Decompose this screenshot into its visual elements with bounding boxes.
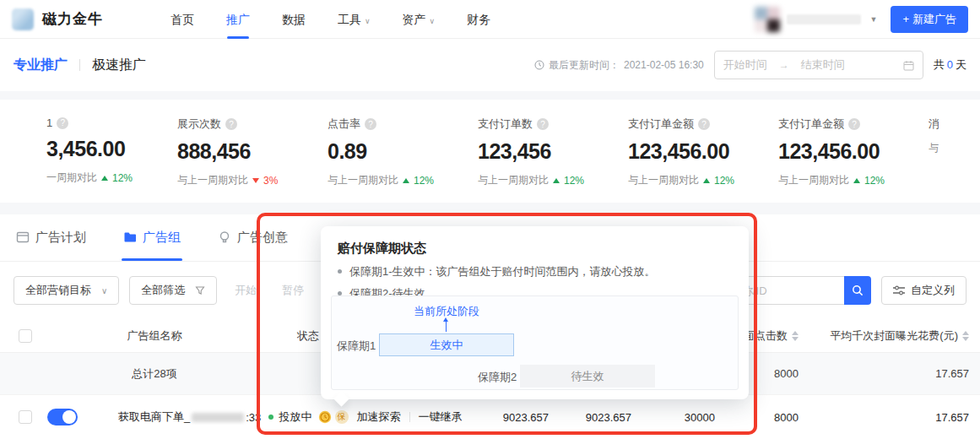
- column-header-avg-cost[interactable]: 平均千次封面曝光花费(元): [802, 328, 980, 344]
- clock-icon: [534, 60, 544, 70]
- nav-item-tools-label: 工具: [338, 13, 361, 26]
- arrow-up-icon: [403, 178, 409, 183]
- ad-creative-icon: [218, 230, 231, 244]
- stage2-status-box: 待生效: [520, 365, 655, 388]
- ad-group-toggle[interactable]: [47, 409, 78, 425]
- section-gap: [0, 91, 980, 100]
- date-range-picker[interactable]: 开始时间 → 结束时间: [714, 51, 923, 79]
- arrow-down-icon: [252, 178, 259, 183]
- one-click-inherit[interactable]: 一键继承: [419, 409, 463, 425]
- guarantee-period-popup: 赔付保障期状态 保障期1-生效中：该广告组处于赔付时间范围内，请放心投放。 保障…: [321, 226, 749, 399]
- help-icon[interactable]: ?: [225, 118, 237, 130]
- stat-value: 123,456.00: [628, 139, 778, 164]
- nav-item-assets[interactable]: 资产∨: [403, 0, 436, 39]
- help-icon[interactable]: ?: [57, 117, 68, 129]
- stage2-label: 保障期2: [478, 370, 517, 385]
- stat-compare-label: 一周期对比: [46, 171, 97, 185]
- row-avg-cost: 17.657: [802, 411, 980, 424]
- ad-group-name-prefix: 获取电商下单_: [118, 409, 190, 425]
- search-icon: [852, 285, 864, 296]
- nav-item-tools[interactable]: 工具∨: [338, 0, 371, 39]
- stat-delta: 3%: [263, 175, 278, 187]
- nav-item-assets-label: 资产: [403, 13, 426, 26]
- help-icon[interactable]: ?: [365, 118, 376, 130]
- row-cover-clicks: 8000: [718, 411, 802, 424]
- start-button[interactable]: 开始: [227, 283, 264, 298]
- stat-card: 支付订单金额? 123,456.00 与上一周期对比12%: [628, 100, 778, 187]
- row-checkbox[interactable]: [19, 410, 32, 424]
- create-ad-button[interactable]: + 新建广告: [891, 6, 968, 33]
- column-header-group-name[interactable]: 广告组名称: [47, 328, 262, 344]
- ad-group-name[interactable]: 获取电商下单_:33: [101, 409, 262, 425]
- calendar-icon: [903, 60, 914, 71]
- explore-cell: 加速探索 一键继承: [355, 409, 464, 425]
- row-num2: 9023.657: [552, 411, 635, 424]
- total-days-prefix: 共: [934, 58, 945, 71]
- ad-plan-icon: [16, 230, 30, 244]
- custom-columns-button[interactable]: 自定义列: [881, 276, 966, 305]
- stat-delta: 12%: [112, 172, 133, 184]
- help-icon[interactable]: ?: [848, 118, 860, 130]
- stat-value: 3,456.00: [46, 137, 177, 161]
- section-gap: [0, 203, 980, 214]
- search-button[interactable]: [844, 276, 871, 305]
- status-dot-icon: [268, 415, 273, 420]
- stat-card: 支付订单金额? 123,456.00 与上一周期对比12%: [778, 100, 929, 187]
- help-icon[interactable]: ?: [537, 118, 549, 130]
- sort-icon[interactable]: [962, 331, 969, 341]
- stat-value: 123,456: [478, 139, 628, 164]
- nav-item-promotion[interactable]: 推广: [226, 0, 250, 39]
- column-header-label: 状态: [297, 328, 319, 344]
- top-navbar: 磁力金牛 首页 推广 数据 工具∨ 资产∨ 财务 ▼ + 新建广告: [0, 0, 980, 39]
- arrow-right-icon: →: [779, 59, 789, 71]
- tab-ad-plan-label: 广告计划: [35, 230, 86, 246]
- nav-item-data[interactable]: 数据: [282, 0, 306, 39]
- select-all-checkbox[interactable]: [19, 329, 32, 343]
- help-icon[interactable]: ?: [698, 118, 710, 130]
- stat-compare-label: 与上一周期对比: [628, 173, 699, 187]
- tab-ad-plan[interactable]: 广告计划: [16, 214, 86, 261]
- tab-ad-creative-label: 广告创意: [237, 230, 288, 246]
- total-days-value: 0: [947, 58, 953, 71]
- sort-icon[interactable]: [792, 331, 799, 341]
- stat-compare-label: 与上一周期对比: [478, 173, 549, 187]
- pause-button[interactable]: 暂停: [274, 283, 311, 298]
- status-cell: 投放中 保: [262, 409, 355, 425]
- account-area[interactable]: ▼ + 新建广告: [755, 6, 968, 33]
- filter-all-value: 全部筛选: [141, 283, 185, 298]
- nav-item-home[interactable]: 首页: [171, 0, 194, 39]
- tab-express-promotion[interactable]: 极速推广: [92, 57, 146, 74]
- stat-compare-label: 与上一周期对比: [177, 173, 248, 187]
- column-header-label: 广告组名称: [127, 328, 182, 344]
- filter-all-select[interactable]: 全部筛选: [129, 276, 217, 305]
- account-dropdown-caret-icon[interactable]: ▼: [869, 15, 877, 24]
- marketing-goal-select[interactable]: 全部营销目标 ∨: [14, 276, 119, 305]
- current-stage-arrow-icon: [446, 321, 447, 332]
- explore-status: 加速探索: [357, 409, 401, 425]
- ad-group-name-suffix: :33: [246, 411, 261, 424]
- stat-compare-label: 与: [929, 141, 939, 155]
- guarantee-badge-icon[interactable]: 保: [335, 410, 349, 424]
- total-days: 共0天: [934, 57, 966, 73]
- last-update-value: 2021-02-05 16:30: [624, 59, 704, 71]
- end-date-placeholder: 结束时间: [801, 57, 845, 73]
- stat-compare-label: 与上一周期对比: [328, 173, 398, 187]
- guarantee-clock-icon[interactable]: [318, 410, 332, 424]
- arrow-up-icon: [553, 178, 560, 183]
- stat-label: 支付订单金额: [778, 117, 844, 132]
- arrow-up-icon: [101, 176, 108, 181]
- sliders-icon: [893, 285, 905, 295]
- sub-header: 专业推广 极速推广 最后更新时间： 2021-02-05 16:30 开始时间 …: [0, 39, 980, 91]
- popup-title: 赔付保障期状态: [338, 241, 732, 257]
- tab-ad-group[interactable]: 广告组: [123, 214, 181, 261]
- tab-ad-creative[interactable]: 广告创意: [218, 214, 288, 261]
- avatar[interactable]: [755, 7, 780, 32]
- last-update-time: 最后更新时间： 2021-02-05 16:30: [534, 58, 704, 73]
- guarantee-timeline-diagram: 当前所处阶段 保障期1 生效中 保障期2 待生效: [331, 295, 739, 390]
- nav-item-finance[interactable]: 财务: [467, 0, 490, 39]
- tab-professional-promotion[interactable]: 专业推广: [14, 57, 68, 74]
- chevron-down-icon: ∨: [430, 17, 436, 25]
- status-label: 投放中: [279, 409, 312, 425]
- stat-value: 123,456.00: [778, 139, 929, 164]
- stats-carousel: ‹ › 1? 3,456.00 一周期对比12% 展示次数? 888,456 与…: [0, 100, 980, 203]
